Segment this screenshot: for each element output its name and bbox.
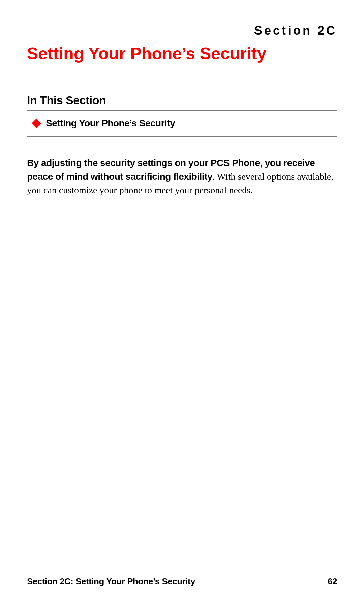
footer-left: Section 2C: Setting Your Phone’s Securit… — [27, 576, 195, 587]
toc-item-label: Setting Your Phone’s Security — [46, 118, 175, 129]
page-footer: Section 2C: Setting Your Phone’s Securit… — [27, 576, 337, 587]
page-number: 62 — [328, 576, 337, 587]
divider — [27, 110, 337, 111]
toc-item: Setting Your Phone’s Security — [33, 118, 337, 129]
divider — [27, 136, 337, 137]
body-paragraph: By adjusting the security settings on yo… — [27, 156, 337, 197]
section-label: Section 2C — [27, 24, 337, 38]
page: Section 2C Setting Your Phone’s Security… — [0, 0, 364, 607]
in-this-section-heading: In This Section — [27, 94, 337, 107]
page-title: Setting Your Phone’s Security — [27, 44, 337, 63]
diamond-bullet-icon — [32, 119, 41, 128]
